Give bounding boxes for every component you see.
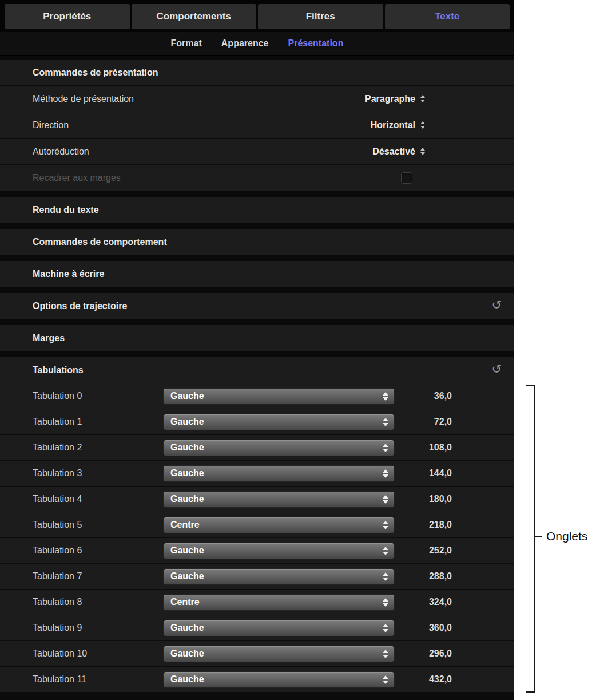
tabulation-label: Tabulation 4: [33, 494, 163, 504]
annotation-bracket-stub: [534, 536, 542, 537]
chevron-up-down-icon: [420, 95, 425, 102]
tabulation-row-1: Tabulation 1 Gauche 72,0: [0, 409, 514, 435]
row-autoreduction: Autoréduction Désactivé: [0, 139, 514, 165]
select-value: Centre: [170, 520, 383, 530]
tabulation-align-select[interactable]: Centre: [163, 594, 395, 611]
section-commandes-de-comportement[interactable]: Commandes de comportement: [0, 229, 514, 255]
section-title: Options de trajectoire: [33, 301, 127, 311]
section-title: Commandes de présentation: [33, 68, 158, 78]
chevron-up-down-icon: [420, 148, 425, 155]
texte-subtab-bar: Format Apparence Présentation: [0, 32, 514, 56]
tabulation-position-value[interactable]: 144,0: [395, 468, 452, 478]
chevron-up-down-icon: [383, 650, 390, 658]
section-divider: [0, 191, 514, 197]
tabulation-align-select[interactable]: Gauche: [163, 491, 395, 508]
section-title: Marges: [33, 333, 65, 343]
section-marges[interactable]: Marges: [0, 325, 514, 351]
param-label: Direction: [33, 120, 371, 130]
select-value: Gauche: [170, 417, 383, 427]
tabulation-align-select[interactable]: Gauche: [163, 646, 395, 662]
section-tabulations[interactable]: Tabulations ↺: [0, 357, 514, 383]
chevron-up-down-icon: [383, 547, 390, 555]
recadrer-checkbox-wrap: [401, 172, 412, 184]
tabulation-position-value[interactable]: 288,0: [395, 571, 452, 582]
tabulation-align-select[interactable]: Gauche: [163, 465, 395, 482]
tabulation-row-4: Tabulation 4 Gauche 180,0: [0, 487, 514, 512]
tab-filtres[interactable]: Filtres: [258, 4, 383, 29]
tabulation-align-select[interactable]: Gauche: [163, 543, 395, 559]
tab-texte[interactable]: Texte: [385, 4, 510, 29]
tabulation-label: Tabulation 10: [33, 648, 163, 659]
chevron-up-down-icon: [420, 121, 425, 129]
param-label: Recadrer aux marges: [33, 173, 401, 183]
tabulation-row-3: Tabulation 3 Gauche 144,0: [0, 461, 514, 487]
subtab-format[interactable]: Format: [171, 38, 202, 49]
annotation-bracket: [526, 385, 535, 693]
row-methode-presentation: Méthode de présentation Paragraphe: [0, 86, 514, 112]
tabulation-label: Tabulation 3: [33, 468, 163, 478]
section-divider: [0, 255, 514, 261]
tabulation-align-select[interactable]: Gauche: [163, 671, 395, 688]
tabulation-position-value[interactable]: 218,0: [395, 520, 452, 530]
section-title: Machine à écrire: [33, 269, 104, 279]
reset-button[interactable]: ↺: [491, 299, 502, 311]
subtab-apparence[interactable]: Apparence: [221, 38, 269, 49]
tabulation-position-value[interactable]: 180,0: [395, 494, 452, 504]
tabulation-label: Tabulation 0: [33, 391, 163, 401]
tabulation-align-select[interactable]: Gauche: [163, 388, 395, 405]
popup-value: Désactivé: [372, 147, 415, 157]
chevron-up-down-icon: [383, 598, 390, 607]
section-commandes-presentation[interactable]: Commandes de présentation: [0, 60, 514, 86]
tabulation-label: Tabulation 9: [33, 623, 163, 633]
tabulation-label: Tabulation 11: [33, 674, 163, 685]
select-value: Gauche: [170, 571, 383, 582]
tabulation-align-select[interactable]: Gauche: [163, 568, 395, 585]
chevron-up-down-icon: [383, 521, 390, 529]
select-value: Gauche: [170, 648, 383, 659]
param-label: Autoréduction: [33, 147, 372, 157]
tabulation-position-value[interactable]: 252,0: [395, 545, 452, 556]
chevron-up-down-icon: [383, 392, 390, 401]
tabulation-position-value[interactable]: 432,0: [395, 674, 452, 685]
autoreduction-popup[interactable]: Désactivé: [372, 147, 425, 157]
tabulation-position-value[interactable]: 296,0: [395, 648, 452, 659]
section-divider: [0, 223, 514, 229]
tabulation-position-value[interactable]: 36,0: [395, 391, 452, 401]
select-value: Gauche: [170, 674, 383, 685]
section-machine-a-ecrire[interactable]: Machine à écrire: [0, 261, 514, 287]
tabulation-align-select[interactable]: Gauche: [163, 414, 395, 430]
tabulation-position-value[interactable]: 360,0: [395, 623, 452, 633]
tabulation-align-select[interactable]: Centre: [163, 517, 395, 533]
popup-value: Horizontal: [371, 120, 415, 130]
chevron-up-down-icon: [383, 495, 390, 504]
section-title: Tabulations: [33, 365, 84, 375]
tabulation-label: Tabulation 8: [33, 597, 163, 607]
section-title: Rendu du texte: [33, 205, 99, 215]
tab-comportements[interactable]: Comportements: [132, 4, 257, 29]
chevron-up-down-icon: [383, 572, 390, 581]
tabulation-align-select[interactable]: Gauche: [163, 440, 395, 456]
row-recadrer-aux-marges: Recadrer aux marges: [0, 165, 514, 191]
section-options-de-trajectoire[interactable]: Options de trajectoire ↺: [0, 293, 514, 319]
chevron-up-down-icon: [383, 675, 390, 684]
tabulation-align-select[interactable]: Gauche: [163, 620, 395, 636]
chevron-up-down-icon: [383, 444, 390, 452]
select-value: Gauche: [170, 442, 383, 453]
section-rendu-du-texte[interactable]: Rendu du texte: [0, 197, 514, 223]
tabulation-row-8: Tabulation 8 Centre 324,0: [0, 590, 514, 615]
reset-button[interactable]: ↺: [491, 363, 502, 375]
tabulation-position-value[interactable]: 72,0: [395, 417, 452, 427]
methode-presentation-popup[interactable]: Paragraphe: [365, 94, 425, 104]
recadrer-checkbox[interactable]: [401, 172, 412, 184]
tabulation-label: Tabulation 5: [33, 520, 163, 530]
tabulation-position-value[interactable]: 108,0: [395, 442, 452, 453]
annotation-label: Onglets: [546, 528, 587, 544]
select-value: Gauche: [170, 623, 383, 633]
tabulation-row-2: Tabulation 2 Gauche 108,0: [0, 435, 514, 461]
tabulation-position-value[interactable]: 324,0: [395, 597, 452, 607]
select-value: Gauche: [170, 545, 383, 556]
direction-popup[interactable]: Horizontal: [371, 120, 425, 130]
subtab-presentation[interactable]: Présentation: [288, 38, 344, 49]
chevron-up-down-icon: [383, 469, 390, 478]
tab-proprietes[interactable]: Propriétés: [5, 4, 130, 29]
